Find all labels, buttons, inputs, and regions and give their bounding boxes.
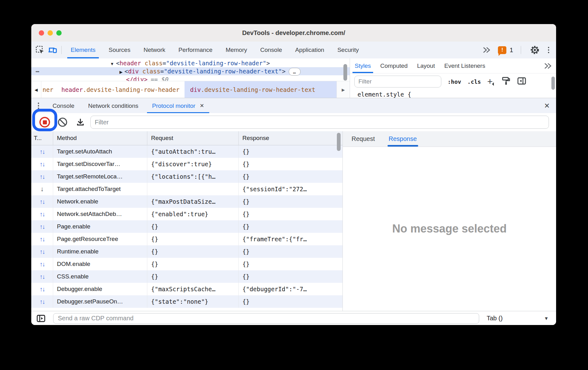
tab-event-listeners[interactable]: Event Listeners (439, 58, 490, 73)
pm-table-body: ↑↓Target.setAutoAttach{"autoAttach":tru…… (31, 145, 342, 308)
breadcrumb-back-icon[interactable]: ◀ (31, 81, 41, 98)
styles-scrollbar-thumb[interactable] (551, 77, 555, 90)
tab-security[interactable]: Security (331, 42, 366, 58)
minimize-window-button[interactable] (48, 30, 53, 36)
cell-method: DOM.enable (53, 258, 147, 270)
drawer-tab-network-conditions[interactable]: Network conditions (81, 98, 145, 113)
close-window-button[interactable] (39, 30, 44, 36)
toolbar-separator (521, 46, 521, 54)
breadcrumb-item-div-selected[interactable]: div.devsite-landing-row-header-text (185, 81, 337, 98)
more-panels-icon[interactable] (480, 44, 493, 56)
sent-received-icon: ↑↓ (31, 145, 53, 158)
cell-request (147, 183, 239, 195)
close-drawer-icon[interactable]: ✕ (544, 102, 550, 110)
table-row[interactable]: ↑↓Network.setAttachDeb…{"enabled":true}{… (31, 208, 342, 220)
styles-sidebar: Styles Computed Layout Event Listeners :… (350, 58, 556, 98)
table-row[interactable]: ↑↓Target.setDiscoverTar…{"discover":true… (31, 158, 342, 170)
detail-tab-response[interactable]: Response (389, 131, 417, 147)
cell-method: Target.attachedToTarget (53, 183, 147, 195)
table-row[interactable]: ↑↓Target.setAutoAttach{"autoAttach":tru…… (31, 145, 342, 158)
target-selector-label: Tab () (487, 315, 503, 322)
cell-response: {} (239, 170, 335, 183)
protocol-monitor-body: T... Method Request Response ↑↓Target.se… (31, 131, 556, 311)
tab-memory[interactable]: Memory (219, 42, 254, 58)
breadcrumb-item-header[interactable]: header.devsite-landing-row-header (56, 81, 185, 98)
device-toolbar-icon[interactable] (46, 44, 59, 56)
clear-all-icon[interactable] (57, 117, 68, 128)
elements-panel: ▼<header class="devsite-landing-row-head… (31, 58, 556, 98)
expand-children-icon[interactable]: … (289, 68, 301, 76)
customize-devtools-icon[interactable] (546, 47, 551, 53)
cdp-command-bar: Tab () ▼ (31, 311, 556, 325)
chevron-down-icon: ▼ (544, 316, 549, 321)
drawer-tab-bar: Console Network conditions Protocol moni… (31, 98, 556, 113)
cell-response: {} (239, 245, 335, 258)
issues-icon: ! (498, 46, 506, 54)
column-header-response[interactable]: Response (239, 131, 335, 145)
sent-received-icon: ↑↓ (31, 258, 53, 270)
column-header-method[interactable]: Method (53, 131, 147, 145)
expand-arrow-icon[interactable]: ▶ (119, 70, 123, 74)
node-options-icon[interactable]: ⋯ (36, 67, 39, 75)
tab-elements[interactable]: Elements (64, 42, 102, 58)
tab-application[interactable]: Application (289, 42, 331, 58)
sent-received-icon: ↑↓ (31, 283, 53, 295)
table-row[interactable]: ↑↓Target.setRemoteLoca…{"locations":[{"h… (31, 170, 342, 183)
toggle-command-editor-icon[interactable] (36, 314, 46, 323)
cell-request: {} (147, 220, 239, 233)
table-scrollbar-thumb[interactable] (337, 133, 341, 151)
new-style-rule-icon[interactable]: + (487, 78, 495, 85)
protocol-filter-input[interactable] (90, 116, 549, 129)
elements-scrollbar-thumb[interactable] (343, 64, 347, 81)
toggle-pseudo-state-button[interactable]: :hov (448, 78, 461, 85)
cell-request: {"maxPostDataSize… (147, 195, 239, 208)
breadcrumb-item-clipped[interactable]: ner (41, 81, 56, 98)
settings-gear-icon[interactable] (529, 44, 541, 56)
inspect-element-icon[interactable] (34, 44, 46, 56)
toggle-class-button[interactable]: .cls (467, 78, 481, 85)
tab-layout[interactable]: Layout (412, 58, 439, 73)
sent-received-icon: ↑↓ (31, 220, 53, 233)
drawer-menu-icon[interactable] (31, 102, 46, 109)
tab-computed[interactable]: Computed (376, 58, 413, 73)
table-row[interactable]: ↑↓Page.getResourceTree{}{"frameTree":{"f… (31, 233, 342, 245)
close-tab-icon[interactable]: ✕ (200, 102, 204, 109)
drawer-tab-console[interactable]: Console (46, 98, 81, 113)
table-row[interactable]: ↑↓Runtime.enable{}{} (31, 245, 342, 258)
table-row[interactable]: ↑↓Network.enable{"maxPostDataSize…{} (31, 195, 342, 208)
column-header-type[interactable]: T... (31, 131, 53, 145)
tab-performance[interactable]: Performance (172, 42, 219, 58)
message-detail-panel: Request Response No message selected (342, 131, 556, 311)
detail-tab-request[interactable]: Request (352, 131, 375, 147)
breadcrumb-forward-icon[interactable]: ▶ (337, 81, 350, 98)
cdp-command-input[interactable] (53, 313, 479, 324)
record-button[interactable] (39, 117, 50, 128)
table-row[interactable]: ↑↓Page.enable{}{} (31, 220, 342, 233)
cell-response: {"sessionId":"272… (239, 183, 335, 195)
table-row[interactable]: ↑↓Debugger.enable{"maxScriptsCache…{"deb… (31, 283, 342, 295)
issues-counter[interactable]: ! 1 (498, 46, 513, 54)
cell-request: {"autoAttach":tru… (147, 145, 239, 158)
brush-format-icon[interactable] (501, 76, 511, 87)
table-row[interactable]: ↑↓DOM.enable{}{} (31, 258, 342, 270)
tab-console[interactable]: Console (254, 42, 289, 58)
toggle-sidebar-icon[interactable] (517, 76, 526, 87)
tab-sources[interactable]: Sources (102, 42, 137, 58)
table-row[interactable]: ↓Target.attachedToTarget{"sessionId":"27… (31, 183, 342, 195)
tab-styles[interactable]: Styles (350, 58, 376, 73)
table-row[interactable]: ↑↓CSS.enable{}{} (31, 270, 342, 283)
styles-filter-input[interactable] (354, 76, 441, 88)
zoom-window-button[interactable] (56, 30, 62, 36)
more-sidebar-tabs-icon[interactable] (544, 62, 552, 70)
table-row[interactable]: ↑↓Debugger.setPauseOn…{"state":"none"}{} (31, 295, 342, 308)
cell-request: {"maxScriptsCache… (147, 283, 239, 295)
element-style-rule[interactable]: element.style { (357, 91, 411, 98)
save-download-icon[interactable] (75, 117, 86, 128)
collapse-arrow-icon[interactable]: ▼ (110, 62, 114, 66)
sent-received-icon: ↑↓ (31, 245, 53, 258)
target-selector-dropdown[interactable]: Tab () ▼ (479, 315, 556, 322)
tab-network[interactable]: Network (137, 42, 172, 58)
drawer-tab-protocol-monitor[interactable]: Protocol monitor ✕ (145, 98, 211, 113)
cell-request: {} (147, 258, 239, 270)
column-header-request[interactable]: Request (147, 131, 239, 145)
